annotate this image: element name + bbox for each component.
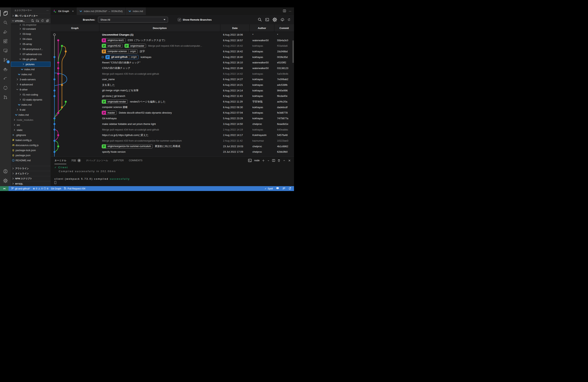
refresh-icon[interactable] xyxy=(288,18,291,21)
shell-picker-chevron-icon[interactable] xyxy=(267,159,270,162)
search-icon[interactable] xyxy=(258,18,262,22)
tree-folder-06-anonymous-f-[interactable]: 06-anonymous-f... xyxy=(11,46,51,52)
column-author[interactable]: Author xyxy=(250,24,274,32)
column-date[interactable]: Date xyxy=(220,24,250,32)
tree-file-babel-config-js[interactable]: Bbabel.config.js xyxy=(11,138,51,143)
tree-folder-04-class[interactable]: 04-class xyxy=(11,36,51,42)
maximize-panel-icon[interactable] xyxy=(283,159,286,162)
split-terminal-icon[interactable] xyxy=(272,159,275,162)
split-editor-icon[interactable] xyxy=(283,9,286,13)
tree-file-index-md[interactable]: index.md xyxy=(11,102,51,107)
panel-tab--[interactable]: ターミナル xyxy=(54,157,66,164)
panel-tab--[interactable]: デバッグ コンソール xyxy=(86,157,108,164)
status-git-graph[interactable]: Git Graph xyxy=(51,187,61,190)
open-editors-section[interactable]: 開いているエディター xyxy=(11,13,51,18)
panel-tab-jupyter[interactable]: JUPYTER xyxy=(113,157,124,164)
tree-file-package-lock-json[interactable]: {}package-lock.json xyxy=(11,148,51,153)
branch-badge-origin-master[interactable]: origin/master xyxy=(125,44,146,48)
add-terminal-icon[interactable] xyxy=(262,159,265,162)
panel-tab-comments[interactable]: COMMENTS xyxy=(129,157,142,164)
terminal-output[interactable]: ✓ ClientCompiled successfully in 202.08m… xyxy=(51,164,294,185)
tree-folder-07-advanced-css[interactable]: 07-advanced-css xyxy=(11,52,51,57)
branch-badge-git-and-github[interactable]: git-and-githuborigin xyxy=(105,55,139,59)
status-branch[interactable]: git-and-github* xyxy=(11,187,30,190)
new-folder-icon[interactable] xyxy=(36,19,39,22)
tree-file-readme-md[interactable]: README.md xyxy=(11,158,51,163)
column-commit[interactable]: Commit xyxy=(274,24,294,32)
checkbox-checked-icon[interactable] xyxy=(178,18,181,21)
branch-badge-computer-science[interactable]: computer-scienceorigin xyxy=(102,49,138,53)
editor-more-actions-icon[interactable]: ⋯ xyxy=(289,10,291,13)
tab-index-md[interactable]: index.md xyxy=(126,7,146,15)
settings-gear-icon[interactable] xyxy=(273,17,277,22)
tab-git-graph[interactable]: Git Graph× xyxy=(51,7,77,15)
branch-badge-origin-css-test1[interactable]: origin/css-test1 xyxy=(102,38,126,42)
tree-folder-3-web-servers[interactable]: 3-web-servers xyxy=(11,77,51,82)
refresh-icon[interactable] xyxy=(41,19,44,22)
terminal-icon[interactable] xyxy=(265,18,269,21)
branch-badge-origin-add-render[interactable]: origin/add-render xyxy=(102,100,128,104)
feedback-icon[interactable] xyxy=(282,187,285,190)
sidebar-section--[interactable]: タイムライン xyxy=(11,171,51,176)
kill-terminal-icon[interactable] xyxy=(277,159,280,162)
status-problems[interactable]: ⊗0 ⚠0 ⓘ8 xyxy=(33,187,48,190)
tree-file-index-md[interactable]: index.md xyxy=(11,112,51,117)
activity-curved-arrow-icon[interactable] xyxy=(0,74,11,83)
tree-folder-8-other[interactable]: 8-other xyxy=(11,87,51,92)
tab-index-md-003fe35d-003fe35d-[interactable]: index.md (003fe35d^ ↔ 003fe35d) xyxy=(77,7,126,15)
tree-file-index-md[interactable]: index.md xyxy=(11,72,51,77)
activity-extensions-icon[interactable] xyxy=(0,37,11,46)
sidebar-section-npm-[interactable]: NPM スクリプト xyxy=(11,176,51,181)
remote-indicator[interactable]: >< xyxy=(0,186,9,191)
notifications-bell-icon[interactable] xyxy=(288,187,291,190)
panel-tab--[interactable]: 問題8 xyxy=(71,157,81,164)
tree-folder-4-advanced[interactable]: 4-advanced xyxy=(11,82,51,87)
activity-source-control-icon[interactable]: 1 xyxy=(0,55,11,64)
close-panel-icon[interactable] xyxy=(288,159,291,162)
column-description[interactable]: Description xyxy=(99,24,220,32)
status-spell[interactable]: ✓ Spell xyxy=(265,187,273,190)
branches-dropdown[interactable]: Show All xyxy=(98,17,168,22)
commit-graph[interactable] xyxy=(51,32,99,157)
copilot-icon[interactable] xyxy=(276,187,279,190)
tree-file--gitignore[interactable]: .gitignore xyxy=(11,132,51,138)
activity-remote-explorer-icon[interactable] xyxy=(0,46,11,55)
tree-file-package-json[interactable]: {}package.json xyxy=(11,153,51,158)
tree-folder-05-array[interactable]: 05-array xyxy=(11,42,51,46)
activity-pull-requests-icon[interactable] xyxy=(0,93,11,102)
activity-docker-icon[interactable] xyxy=(0,64,11,74)
tree-folder-node-modules[interactable]: node_modules xyxy=(11,117,51,122)
scrollbar-thumb[interactable] xyxy=(293,41,294,63)
tree-folder-9-old[interactable]: 9-old xyxy=(11,107,51,112)
branch-badge-origin-head[interactable]: origin/HEAD xyxy=(102,44,123,48)
column-graph[interactable]: Graph xyxy=(51,24,99,32)
tree-folder-03-loop[interactable]: 03-loop xyxy=(11,31,51,36)
tree-folder-01-not-coding[interactable]: 01-not-coding xyxy=(11,92,51,97)
close-icon[interactable]: × xyxy=(72,10,74,13)
tree-file-index-md[interactable]: index.md xyxy=(11,67,51,72)
activity-github-icon[interactable] xyxy=(0,83,11,93)
show-remote-branches-toggle[interactable]: Show Remote Branches xyxy=(178,18,212,21)
activity-search-icon[interactable] xyxy=(0,18,11,27)
activity-settings-gear-icon[interactable] xyxy=(0,176,11,185)
tree-folder-static[interactable]: static xyxy=(11,127,51,132)
tree-folder-src[interactable]: src xyxy=(11,122,51,127)
activity-explorer-icon[interactable] xyxy=(0,9,11,18)
more-actions-icon[interactable]: ⋯ xyxy=(46,9,49,12)
tree-folder-01-inspector[interactable]: 01-inspector xyxy=(11,24,51,26)
workspace-section[interactable]: UTCOD... xyxy=(11,18,51,23)
tree-folder-pictures[interactable]: pictures xyxy=(11,62,51,67)
tree-folder-02-constant[interactable]: 02-constant xyxy=(11,26,51,31)
activity-run-debug-icon[interactable] xyxy=(0,27,11,37)
branch-badge-master[interactable]: master xyxy=(102,111,117,115)
branch-badge-origin-reorganize-for-summer-curriculum[interactable]: origin/reorganize-for-summer-curriculum xyxy=(102,144,153,149)
tree-file-docusaurus-config-js[interactable]: JSdocusaurus.config.js xyxy=(11,143,51,148)
status-pull-request[interactable]: Pull Request #34 xyxy=(64,187,85,190)
tree-folder-02-static-dynamic[interactable]: 02-static-dynamic xyxy=(11,97,51,102)
sidebar-section--[interactable]: アウトライン xyxy=(11,166,51,171)
new-file-icon[interactable] xyxy=(31,19,34,22)
terminal-shell-icon[interactable] xyxy=(248,159,252,162)
activity-accounts-icon[interactable] xyxy=(0,167,11,176)
fetch-cloud-icon[interactable] xyxy=(280,18,284,21)
collapse-all-icon[interactable] xyxy=(46,19,49,22)
